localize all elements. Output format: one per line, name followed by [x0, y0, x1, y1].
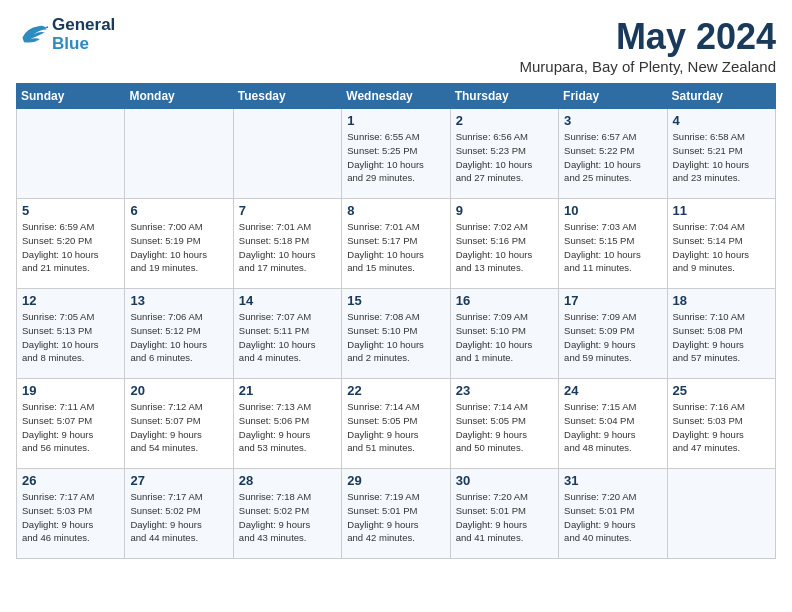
calendar-cell: 17Sunrise: 7:09 AM Sunset: 5:09 PM Dayli… — [559, 289, 667, 379]
day-number: 7 — [239, 203, 336, 218]
calendar-cell: 21Sunrise: 7:13 AM Sunset: 5:06 PM Dayli… — [233, 379, 341, 469]
calendar-cell: 16Sunrise: 7:09 AM Sunset: 5:10 PM Dayli… — [450, 289, 558, 379]
day-info: Sunrise: 7:06 AM Sunset: 5:12 PM Dayligh… — [130, 310, 227, 365]
day-header-monday: Monday — [125, 84, 233, 109]
day-number: 18 — [673, 293, 770, 308]
day-info: Sunrise: 6:56 AM Sunset: 5:23 PM Dayligh… — [456, 130, 553, 185]
day-number: 15 — [347, 293, 444, 308]
day-number: 26 — [22, 473, 119, 488]
calendar-table: SundayMondayTuesdayWednesdayThursdayFrid… — [16, 83, 776, 559]
calendar-cell — [233, 109, 341, 199]
location-title: Murupara, Bay of Plenty, New Zealand — [519, 58, 776, 75]
calendar-cell: 26Sunrise: 7:17 AM Sunset: 5:03 PM Dayli… — [17, 469, 125, 559]
calendar-cell: 13Sunrise: 7:06 AM Sunset: 5:12 PM Dayli… — [125, 289, 233, 379]
calendar-cell: 30Sunrise: 7:20 AM Sunset: 5:01 PM Dayli… — [450, 469, 558, 559]
day-info: Sunrise: 7:18 AM Sunset: 5:02 PM Dayligh… — [239, 490, 336, 545]
day-number: 19 — [22, 383, 119, 398]
day-number: 3 — [564, 113, 661, 128]
day-info: Sunrise: 7:09 AM Sunset: 5:09 PM Dayligh… — [564, 310, 661, 365]
calendar-cell: 23Sunrise: 7:14 AM Sunset: 5:05 PM Dayli… — [450, 379, 558, 469]
calendar-cell: 4Sunrise: 6:58 AM Sunset: 5:21 PM Daylig… — [667, 109, 775, 199]
calendar-cell: 22Sunrise: 7:14 AM Sunset: 5:05 PM Dayli… — [342, 379, 450, 469]
day-info: Sunrise: 7:19 AM Sunset: 5:01 PM Dayligh… — [347, 490, 444, 545]
day-number: 8 — [347, 203, 444, 218]
calendar-cell: 19Sunrise: 7:11 AM Sunset: 5:07 PM Dayli… — [17, 379, 125, 469]
day-number: 16 — [456, 293, 553, 308]
calendar-week-5: 26Sunrise: 7:17 AM Sunset: 5:03 PM Dayli… — [17, 469, 776, 559]
logo-icon — [16, 21, 48, 49]
header-row: SundayMondayTuesdayWednesdayThursdayFrid… — [17, 84, 776, 109]
calendar-cell: 18Sunrise: 7:10 AM Sunset: 5:08 PM Dayli… — [667, 289, 775, 379]
day-info: Sunrise: 7:07 AM Sunset: 5:11 PM Dayligh… — [239, 310, 336, 365]
day-number: 9 — [456, 203, 553, 218]
day-number: 17 — [564, 293, 661, 308]
calendar-cell: 15Sunrise: 7:08 AM Sunset: 5:10 PM Dayli… — [342, 289, 450, 379]
day-info: Sunrise: 6:57 AM Sunset: 5:22 PM Dayligh… — [564, 130, 661, 185]
calendar-cell: 3Sunrise: 6:57 AM Sunset: 5:22 PM Daylig… — [559, 109, 667, 199]
day-info: Sunrise: 6:55 AM Sunset: 5:25 PM Dayligh… — [347, 130, 444, 185]
day-info: Sunrise: 6:58 AM Sunset: 5:21 PM Dayligh… — [673, 130, 770, 185]
day-number: 27 — [130, 473, 227, 488]
page-header: General Blue May 2024 Murupara, Bay of P… — [16, 16, 776, 75]
day-number: 10 — [564, 203, 661, 218]
day-header-saturday: Saturday — [667, 84, 775, 109]
day-info: Sunrise: 7:20 AM Sunset: 5:01 PM Dayligh… — [564, 490, 661, 545]
title-block: May 2024 Murupara, Bay of Plenty, New Ze… — [519, 16, 776, 75]
calendar-cell: 10Sunrise: 7:03 AM Sunset: 5:15 PM Dayli… — [559, 199, 667, 289]
calendar-cell: 28Sunrise: 7:18 AM Sunset: 5:02 PM Dayli… — [233, 469, 341, 559]
day-info: Sunrise: 7:09 AM Sunset: 5:10 PM Dayligh… — [456, 310, 553, 365]
day-info: Sunrise: 7:17 AM Sunset: 5:02 PM Dayligh… — [130, 490, 227, 545]
day-number: 12 — [22, 293, 119, 308]
day-number: 14 — [239, 293, 336, 308]
day-number: 23 — [456, 383, 553, 398]
day-number: 24 — [564, 383, 661, 398]
logo-line2: Blue — [52, 35, 115, 54]
calendar-cell: 29Sunrise: 7:19 AM Sunset: 5:01 PM Dayli… — [342, 469, 450, 559]
day-info: Sunrise: 7:15 AM Sunset: 5:04 PM Dayligh… — [564, 400, 661, 455]
logo: General Blue — [16, 16, 115, 53]
calendar-cell: 11Sunrise: 7:04 AM Sunset: 5:14 PM Dayli… — [667, 199, 775, 289]
day-info: Sunrise: 7:16 AM Sunset: 5:03 PM Dayligh… — [673, 400, 770, 455]
day-info: Sunrise: 7:17 AM Sunset: 5:03 PM Dayligh… — [22, 490, 119, 545]
calendar-cell: 8Sunrise: 7:01 AM Sunset: 5:17 PM Daylig… — [342, 199, 450, 289]
day-number: 4 — [673, 113, 770, 128]
day-header-friday: Friday — [559, 84, 667, 109]
calendar-cell: 14Sunrise: 7:07 AM Sunset: 5:11 PM Dayli… — [233, 289, 341, 379]
day-info: Sunrise: 7:01 AM Sunset: 5:17 PM Dayligh… — [347, 220, 444, 275]
calendar-week-2: 5Sunrise: 6:59 AM Sunset: 5:20 PM Daylig… — [17, 199, 776, 289]
logo-line1: General — [52, 16, 115, 35]
calendar-cell — [17, 109, 125, 199]
day-number: 1 — [347, 113, 444, 128]
day-number: 5 — [22, 203, 119, 218]
day-number: 21 — [239, 383, 336, 398]
day-info: Sunrise: 7:04 AM Sunset: 5:14 PM Dayligh… — [673, 220, 770, 275]
day-info: Sunrise: 7:20 AM Sunset: 5:01 PM Dayligh… — [456, 490, 553, 545]
day-number: 22 — [347, 383, 444, 398]
calendar-cell: 31Sunrise: 7:20 AM Sunset: 5:01 PM Dayli… — [559, 469, 667, 559]
day-number: 25 — [673, 383, 770, 398]
day-info: Sunrise: 7:14 AM Sunset: 5:05 PM Dayligh… — [347, 400, 444, 455]
day-header-tuesday: Tuesday — [233, 84, 341, 109]
day-info: Sunrise: 7:11 AM Sunset: 5:07 PM Dayligh… — [22, 400, 119, 455]
day-header-sunday: Sunday — [17, 84, 125, 109]
day-number: 20 — [130, 383, 227, 398]
calendar-cell: 9Sunrise: 7:02 AM Sunset: 5:16 PM Daylig… — [450, 199, 558, 289]
day-info: Sunrise: 7:01 AM Sunset: 5:18 PM Dayligh… — [239, 220, 336, 275]
day-number: 28 — [239, 473, 336, 488]
day-info: Sunrise: 7:13 AM Sunset: 5:06 PM Dayligh… — [239, 400, 336, 455]
day-number: 29 — [347, 473, 444, 488]
day-info: Sunrise: 7:02 AM Sunset: 5:16 PM Dayligh… — [456, 220, 553, 275]
day-number: 30 — [456, 473, 553, 488]
calendar-cell: 24Sunrise: 7:15 AM Sunset: 5:04 PM Dayli… — [559, 379, 667, 469]
day-info: Sunrise: 7:14 AM Sunset: 5:05 PM Dayligh… — [456, 400, 553, 455]
calendar-cell: 27Sunrise: 7:17 AM Sunset: 5:02 PM Dayli… — [125, 469, 233, 559]
day-number: 6 — [130, 203, 227, 218]
calendar-cell: 20Sunrise: 7:12 AM Sunset: 5:07 PM Dayli… — [125, 379, 233, 469]
day-info: Sunrise: 7:08 AM Sunset: 5:10 PM Dayligh… — [347, 310, 444, 365]
day-number: 13 — [130, 293, 227, 308]
day-info: Sunrise: 7:03 AM Sunset: 5:15 PM Dayligh… — [564, 220, 661, 275]
calendar-cell: 12Sunrise: 7:05 AM Sunset: 5:13 PM Dayli… — [17, 289, 125, 379]
calendar-cell — [667, 469, 775, 559]
calendar-cell: 25Sunrise: 7:16 AM Sunset: 5:03 PM Dayli… — [667, 379, 775, 469]
calendar-week-4: 19Sunrise: 7:11 AM Sunset: 5:07 PM Dayli… — [17, 379, 776, 469]
